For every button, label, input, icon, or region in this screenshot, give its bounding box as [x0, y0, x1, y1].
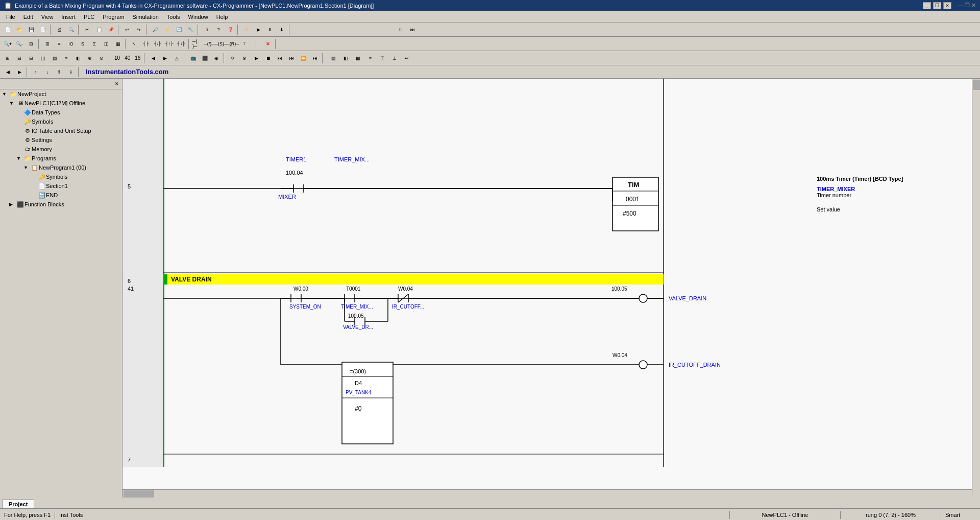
- minimize-button[interactable]: _: [923, 2, 931, 9]
- tb-sim-rew[interactable]: ⏮: [286, 53, 297, 64]
- tree-item-memory[interactable]: ▶ 🗂 Memory: [0, 145, 122, 154]
- tb-next[interactable]: ▶: [14, 66, 25, 78]
- tb-prev[interactable]: ◀: [2, 66, 13, 78]
- tb-contact-no[interactable]: ┤├: [140, 38, 152, 50]
- tb-v7[interactable]: ↩: [401, 53, 412, 64]
- tree-item-newprogram1[interactable]: ▼ 📋 NewProgram1 (00): [0, 163, 122, 172]
- tree-item-programs[interactable]: ▼ 📁 Programs: [0, 154, 122, 163]
- menu-insert[interactable]: Insert: [57, 13, 80, 21]
- tb-a6[interactable]: ≡: [61, 53, 72, 64]
- tb-cursor[interactable]: ↖: [129, 38, 140, 50]
- tab-project[interactable]: Project: [2, 500, 34, 508]
- close-button[interactable]: ✕: [943, 2, 951, 9]
- tb-a7[interactable]: ◧: [72, 53, 84, 64]
- tb-contact-pos[interactable]: ┤↑├: [164, 38, 175, 50]
- tb-copy[interactable]: 📋: [93, 24, 105, 35]
- tree-item-section1[interactable]: ▶ 📄 Section1: [0, 181, 122, 191]
- tb-sim-end[interactable]: ⏭: [309, 53, 321, 64]
- tb-v4[interactable]: ≡: [364, 53, 376, 64]
- sidebar-close-btn[interactable]: ✕: [113, 80, 121, 88]
- tb-sim-pause[interactable]: ⊗: [239, 53, 250, 64]
- expand-newproject[interactable]: ▼: [2, 91, 9, 97]
- tb-monitor[interactable]: ◉: [211, 53, 222, 64]
- tb-sim-play[interactable]: ▶: [251, 53, 262, 64]
- tb-io[interactable]: IO: [65, 38, 77, 50]
- tb-b3[interactable]: 🔧: [185, 24, 196, 35]
- tb-download[interactable]: ⬇: [276, 24, 287, 35]
- tb-diag-x[interactable]: ✕: [262, 38, 274, 50]
- tb-zoom-out[interactable]: 🔍-: [14, 38, 25, 50]
- tb-sym1[interactable]: S: [77, 38, 88, 50]
- tb-save[interactable]: 💾: [26, 24, 37, 35]
- tb-a3[interactable]: ⊟: [26, 53, 37, 64]
- tb-sim-run[interactable]: ⟳: [227, 53, 238, 64]
- tb-contact-neg[interactable]: ┤↓├: [176, 38, 187, 50]
- expand-programs[interactable]: ▼: [16, 156, 23, 161]
- menu-plc[interactable]: PLC: [80, 13, 99, 21]
- tb-contact-nc[interactable]: ┤/├: [152, 38, 163, 50]
- tb-b5[interactable]: ▶: [159, 53, 170, 64]
- tree-item-newproject[interactable]: ▼ 📁 NewProject: [0, 89, 122, 99]
- tb-coil-nc[interactable]: ─(/)─: [204, 38, 215, 50]
- tb-coil[interactable]: ─( )─: [192, 38, 203, 50]
- tb-about[interactable]: ❓: [225, 24, 236, 35]
- menu-window[interactable]: Window: [184, 13, 212, 21]
- tb-print-prev[interactable]: 🔍: [65, 24, 77, 35]
- tb-vert[interactable]: │: [251, 38, 262, 50]
- tb-a9[interactable]: ⊙: [96, 53, 107, 64]
- menu-view[interactable]: View: [37, 13, 58, 21]
- menu-file[interactable]: File: [2, 13, 19, 21]
- tree-item-datatypes[interactable]: ▶ 🔷 Data Types: [0, 108, 122, 117]
- tree-item-functionblocks[interactable]: ▶ ⬛ Function Blocks: [0, 200, 122, 209]
- menu-help[interactable]: Help: [212, 13, 232, 21]
- expand-functionblocks[interactable]: ▶: [9, 202, 16, 207]
- scrollbar-thumb-v[interactable]: [973, 80, 980, 90]
- tb-u2[interactable]: ⇑: [54, 66, 65, 78]
- tb-v5[interactable]: ⊤: [377, 53, 388, 64]
- tree-item-newplc1[interactable]: ▼ 🖥 NewPLC1[CJ2M] Offline: [0, 99, 122, 108]
- horizontal-scrollbar[interactable]: [122, 489, 972, 498]
- tb-zoom-in[interactable]: 🔍+: [2, 38, 13, 50]
- tb-coil-res[interactable]: ─(R)─: [227, 38, 238, 50]
- tb-run[interactable]: ▶: [253, 24, 264, 35]
- tb-ladder[interactable]: ≡: [54, 38, 65, 50]
- tb-coil-le[interactable]: ⊤: [239, 38, 250, 50]
- tb-sim-stop[interactable]: ⏹: [262, 53, 274, 64]
- tb-sym4[interactable]: ▦: [112, 38, 124, 50]
- tb-u1[interactable]: ↑: [30, 66, 41, 78]
- tb-sym3[interactable]: ◫: [101, 38, 112, 50]
- tb-v3[interactable]: ▩: [352, 53, 363, 64]
- expand-newplc1[interactable]: ▼: [9, 101, 16, 106]
- tree-item-iotable[interactable]: ▶ ⚙ IO Table and Unit Setup: [0, 126, 122, 135]
- tb-info[interactable]: ℹ: [201, 24, 212, 35]
- tb-coil-set[interactable]: ─(S)─: [215, 38, 227, 50]
- menu-simulation[interactable]: Simulation: [128, 13, 162, 21]
- tree-item-settings[interactable]: ▶ ⚙ Settings: [0, 135, 122, 145]
- vertical-scrollbar[interactable]: [972, 79, 980, 498]
- tb-d2[interactable]: ⇓: [65, 66, 77, 78]
- tb-warn[interactable]: ⚠: [241, 24, 252, 35]
- tb-undo[interactable]: ↩: [121, 24, 133, 35]
- tb-b2[interactable]: 🔄: [173, 24, 184, 35]
- tb-save-as[interactable]: 📑: [37, 24, 48, 35]
- tb-sym2[interactable]: Σ: [89, 38, 100, 50]
- tb-open[interactable]: 📂: [14, 24, 25, 35]
- tb-redo[interactable]: ↪: [133, 24, 144, 35]
- tb-sim-step[interactable]: ⏭: [274, 53, 285, 64]
- tb-sim1[interactable]: ⏸: [395, 24, 406, 35]
- tb-stop[interactable]: ⏸: [264, 24, 276, 35]
- tree-item-symbols[interactable]: ▶ 🔑 Symbols: [0, 117, 122, 126]
- scrollbar-thumb-h[interactable]: [124, 490, 154, 498]
- tb-a8[interactable]: ⊕: [84, 53, 95, 64]
- tb-b4[interactable]: ◀: [148, 53, 159, 64]
- tb-zoom-fit[interactable]: ⊞: [26, 38, 37, 50]
- tb-a1[interactable]: ⊞: [2, 53, 13, 64]
- tb-a2[interactable]: ⊟: [14, 53, 25, 64]
- tb-v6[interactable]: ⊥: [389, 53, 400, 64]
- tree-item-end[interactable]: ▶ 🔚 END: [0, 191, 122, 200]
- tb-v1[interactable]: ▤: [328, 53, 339, 64]
- tb-grid[interactable]: ⊞: [42, 38, 53, 50]
- restore-button[interactable]: ❐: [933, 2, 941, 9]
- tree-item-symbols2[interactable]: ▶ 🔑 Symbols: [0, 172, 122, 181]
- tb-print[interactable]: 🖨: [54, 24, 65, 35]
